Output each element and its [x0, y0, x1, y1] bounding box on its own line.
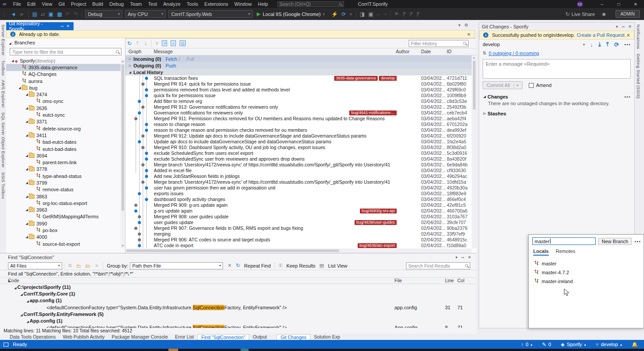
menu-git[interactable]: Git — [55, 0, 68, 8]
history-horizontal-scrollbar[interactable] — [125, 248, 472, 253]
tree-item-bug[interactable]: ◢bug — [6, 84, 125, 91]
tree-item-source-list-export[interactable]: source-list-export — [6, 241, 125, 247]
new-branch-button[interactable]: New Branch — [598, 238, 632, 245]
commit-row[interactable]: Merged PR 913: Governance notifications … — [125, 104, 476, 110]
menu-test[interactable]: Test — [145, 0, 160, 8]
bottom-tab-data-tools-operations[interactable]: Data Tools Operations — [6, 334, 59, 339]
tree-item-oms-sync[interactable]: oms-sync — [6, 98, 125, 105]
commit-row[interactable]: SQL transaction fixes3935-data-governanc… — [125, 75, 476, 81]
popup-branch-master[interactable]: master — [529, 259, 644, 268]
side-tab-sql-server-object-explorer[interactable]: SQL Server Object Explorer — [1, 112, 6, 168]
quick-search-input[interactable]: Search (Ctrl+Q) — [277, 1, 344, 7]
tree-item-2474[interactable]: ◢2474 — [6, 91, 125, 98]
tree-item-3799[interactable]: ◢3799 — [6, 179, 125, 186]
list-view-label[interactable]: List View — [328, 263, 347, 268]
panel-dropdown-icon[interactable]: ▾ — [455, 255, 457, 260]
sync-counts-link[interactable]: 0 outgoing / 0 incoming — [488, 51, 539, 56]
expander-icon[interactable]: ◢ — [25, 134, 29, 137]
amend-checkbox[interactable]: Amend — [529, 83, 552, 88]
tree-item-aq-changes[interactable]: AQ-Changes — [6, 71, 125, 78]
col-code[interactable]: Code ▴ — [8, 278, 10, 283]
bottom-tab-git-changes[interactable]: Git Changes — [277, 334, 310, 340]
local-history-section[interactable]: ◢ Local History — [125, 69, 476, 75]
save-all-icon[interactable]: ▦ — [57, 11, 62, 17]
push-icon[interactable]: ⤒ — [606, 41, 609, 48]
commit-row[interactable]: user guides updatebug/4639/user-guides02… — [125, 220, 476, 225]
maximize-button[interactable]: □ — [610, 0, 627, 8]
stashes-section-header[interactable]: ▷ Stashes — [479, 109, 634, 117]
fetch-icon[interactable]: ↓ — [590, 41, 593, 48]
expander-icon[interactable]: ◢ — [11, 59, 15, 63]
collapse-all-icon[interactable]: 🗁 — [86, 263, 90, 268]
push-link[interactable]: Push — [165, 63, 176, 68]
changes-more-icon[interactable]: ••• — [624, 94, 631, 99]
stop-icon[interactable]: ✕ — [227, 263, 231, 268]
branches-scrollbar[interactable]: ▲▼ — [121, 59, 125, 248]
expander-icon[interactable]: ◢ — [25, 106, 29, 110]
menu-help[interactable]: Help — [255, 0, 271, 8]
expander-icon[interactable]: ◢ — [20, 291, 23, 297]
bottom-tab-package-manager-console[interactable]: Package Manager Console — [108, 334, 172, 339]
tree-item-eutct-sync[interactable]: eutct-sync — [6, 111, 125, 118]
current-repo[interactable]: ◈Sporify▴ — [561, 342, 586, 347]
command-window-icon[interactable]: ▣ — [368, 11, 373, 17]
commit-row[interactable]: merging02/04/202...33f97ef9 — [125, 231, 476, 237]
current-branch[interactable]: ⑂develop▴ — [596, 342, 622, 347]
commit-message-input[interactable]: Enter a message <Required> — [483, 59, 631, 79]
bottom-tab-find-sqlconnection-[interactable]: Find "SqlConnection" — [197, 334, 249, 340]
commit-row[interactable]: ATC code in exportbug/4636/atc-export02/… — [125, 243, 476, 248]
expander-icon[interactable]: ◢ — [13, 284, 17, 291]
tree-item-parent-term-link[interactable]: parent-term-link — [6, 159, 125, 166]
tree-item-3411[interactable]: ◢3411 — [6, 132, 125, 138]
col-id[interactable]: ID — [447, 49, 452, 54]
tree-item-3963[interactable]: ◢3963 — [6, 207, 125, 213]
tree-item-aurora[interactable]: aurora — [6, 78, 125, 84]
show-first-parent-icon[interactable]: ⑂ — [162, 40, 167, 46]
expander-icon[interactable]: ◢ — [25, 154, 29, 158]
find-in-files-icon[interactable]: ◨ — [360, 11, 365, 17]
find-scope-dropdown[interactable]: All Files▾ — [8, 262, 62, 269]
commit-options-arrow-icon[interactable]: ▾ — [514, 83, 519, 87]
commit-row[interactable]: Merge branch 'Userstory/4172/veeva-sync'… — [125, 162, 476, 168]
tree-item-3863[interactable]: ◢3863 — [6, 193, 125, 200]
new-project-icon[interactable]: ▤ — [32, 11, 37, 17]
popup-more-icon[interactable]: ••• — [634, 239, 641, 244]
dismiss-info-icon[interactable]: ✕ — [627, 33, 630, 38]
compare-branches-icon[interactable]: ⑂ — [155, 40, 158, 47]
tree-item-3371[interactable]: ◢3371 — [6, 118, 125, 125]
commit-row[interactable]: exports issues03/04/202...18f883e9 — [125, 191, 476, 197]
menu-extensions[interactable]: Extensions — [201, 0, 231, 8]
branch-dropdown-arrow-icon[interactable]: ▾ — [583, 43, 585, 47]
expander-icon[interactable]: ◢ — [25, 222, 29, 225]
pin-icon[interactable]: ⊸ — [461, 255, 464, 260]
tree-item-bad-eutct-dates[interactable]: bad-eutct-dates — [6, 139, 125, 146]
tree-item-remove-status[interactable]: remove-status — [6, 186, 125, 193]
undo-icon[interactable]: ↶ — [66, 11, 70, 17]
commit-row[interactable]: reason to change reason and permission c… — [125, 127, 476, 133]
panel-dropdown-icon[interactable]: ▾ — [616, 24, 618, 29]
menu-team[interactable]: Team — [127, 0, 145, 8]
branch-badge[interactable]: 3935-data-governance — [334, 76, 378, 81]
commit-row[interactable]: Merge branch 'Userstory/4172/veeva-sync'… — [125, 179, 476, 185]
pin-icon[interactable]: ⊸ — [59, 24, 65, 28]
filter-history-input[interactable]: Filter History — [409, 40, 468, 47]
commit-row[interactable]: Merged PR 911: Permission checks removed… — [125, 116, 476, 122]
menu-view[interactable]: View — [39, 0, 55, 8]
commit-row[interactable]: Merged PR 909: g-srs update again02/04/2… — [125, 202, 476, 208]
col-author[interactable]: Author — [396, 49, 410, 54]
expander-icon[interactable]: ◢ — [25, 167, 29, 171]
side-tab-aws-explorer[interactable]: AWS Explorer — [1, 80, 6, 108]
expander-icon[interactable]: ◢ — [26, 318, 30, 324]
tree-item-4000[interactable]: ◢4000 — [6, 234, 125, 241]
bottom-tab-output[interactable]: Output — [249, 334, 270, 339]
find-group-row[interactable]: ◢ C:\projects\Sporify (11) — [0, 284, 476, 291]
menu-debug[interactable]: Debug — [106, 0, 127, 8]
side-tab-toolbox[interactable]: Toolbox — [1, 60, 6, 76]
commit-row[interactable]: Merged PR 906: ATC codes is source and t… — [125, 237, 476, 243]
platform-dropdown[interactable]: Any CPU▾ — [125, 10, 166, 18]
popup-tab-locals[interactable]: Locals — [533, 248, 549, 256]
menu-analyze[interactable]: Analyze — [160, 0, 183, 8]
redo-icon[interactable]: ↷ — [74, 11, 78, 17]
group-by-dropdown[interactable]: Path then File▾ — [130, 262, 223, 269]
keep-results-label[interactable]: Keep Results — [286, 263, 315, 268]
